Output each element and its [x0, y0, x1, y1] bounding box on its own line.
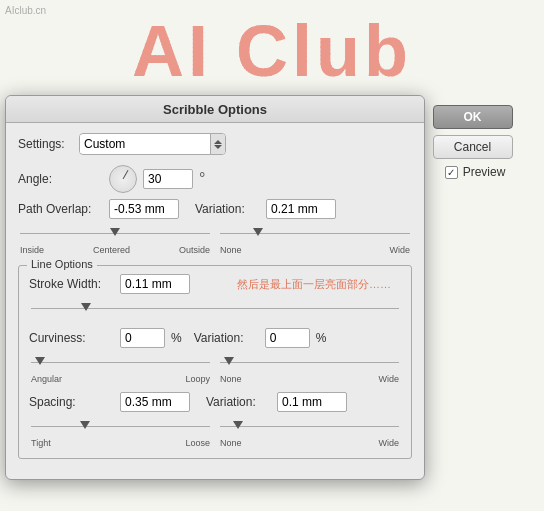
curviness-label-loopy: Loopy	[185, 374, 210, 384]
path-overlap-variation-slider-labels: None Wide	[220, 245, 410, 255]
spacing-row: Spacing: Variation:	[29, 392, 401, 412]
select-arrow-up-icon	[214, 140, 222, 144]
curviness-unit: %	[171, 331, 182, 345]
buttons-panel: OK Cancel ✓ Preview	[425, 95, 520, 179]
curviness-variation-slider-line	[220, 362, 399, 363]
path-overlap-label-centered: Centered	[93, 245, 130, 255]
angle-line-indicator	[123, 170, 129, 179]
spacing-label-tight: Tight	[31, 438, 51, 448]
cancel-button[interactable]: Cancel	[433, 135, 513, 159]
stroke-width-label: Stroke Width:	[29, 277, 114, 291]
preview-checkbox[interactable]: ✓	[445, 166, 458, 179]
curviness-slider-line	[31, 362, 210, 363]
curviness-variation-slider-labels: None Wide	[220, 374, 399, 384]
curviness-variation-input[interactable]	[265, 328, 310, 348]
path-overlap-label-outside: Outside	[179, 245, 210, 255]
spacing-variation-label: Variation:	[206, 395, 271, 409]
curviness-slider-track[interactable]	[31, 354, 210, 372]
settings-select-arrows[interactable]	[210, 134, 225, 154]
spacing-label: Spacing:	[29, 395, 114, 409]
scribble-options-dialog: Scribble Options Settings: Custom Defaul…	[5, 95, 425, 480]
stroke-width-row: Stroke Width: 然后是最上面一层亮面部分……	[29, 274, 401, 294]
spacing-slider-container: Tight Loose	[31, 418, 210, 448]
angle-row: Angle: °	[18, 165, 412, 193]
spacing-variation-label-wide: Wide	[378, 438, 399, 448]
path-overlap-variation-slider-track[interactable]	[220, 225, 410, 243]
angle-unit: °	[199, 170, 205, 188]
spacing-slider-labels: Tight Loose	[31, 438, 210, 448]
curviness-variation-unit: %	[316, 331, 327, 345]
path-overlap-slider-thumb[interactable]	[110, 228, 120, 236]
settings-select[interactable]: Custom Default	[80, 135, 210, 153]
curviness-input[interactable]	[120, 328, 165, 348]
path-overlap-variation-slider-container: None Wide	[220, 225, 410, 255]
path-overlap-variation-slider-line	[220, 233, 410, 234]
settings-label: Settings:	[18, 137, 73, 151]
spacing-variation-label-none: None	[220, 438, 242, 448]
path-overlap-variation-slider-thumb[interactable]	[253, 228, 263, 236]
spacing-input[interactable]	[120, 392, 190, 412]
path-overlap-slider-container: Inside Centered Outside	[20, 225, 210, 255]
stroke-width-slider-container	[29, 300, 401, 318]
curviness-variation-slider-thumb[interactable]	[224, 357, 234, 365]
spacing-label-loose: Loose	[185, 438, 210, 448]
preview-label: Preview	[463, 165, 506, 179]
path-overlap-slider-track[interactable]	[20, 225, 210, 243]
dialog-body: Settings: Custom Default Angle:	[6, 123, 424, 479]
angle-label: Angle:	[18, 172, 103, 186]
path-overlap-variation-input[interactable]	[266, 199, 336, 219]
path-overlap-sliders: Inside Centered Outside None Wide	[18, 225, 412, 255]
curviness-variation-label-wide: Wide	[378, 374, 399, 384]
stroke-width-annotation: 然后是最上面一层亮面部分……	[237, 277, 391, 292]
path-overlap-variation-label-wide: Wide	[389, 245, 410, 255]
dialog-title-bar: Scribble Options	[6, 96, 424, 123]
path-overlap-slider-labels: Inside Centered Outside	[20, 245, 210, 255]
stroke-width-input[interactable]	[120, 274, 190, 294]
ok-button[interactable]: OK	[433, 105, 513, 129]
spacing-variation-slider-labels: None Wide	[220, 438, 399, 448]
curviness-variation-slider-container: None Wide	[220, 354, 399, 384]
stroke-width-slider-track[interactable]	[31, 300, 399, 318]
dialog-title: Scribble Options	[163, 102, 267, 117]
select-arrow-down-icon	[214, 145, 222, 149]
path-overlap-variation-label: Variation:	[195, 202, 260, 216]
angle-input[interactable]	[143, 169, 193, 189]
line-options-group: Line Options Stroke Width: 然后是最上面一层亮面部分……	[18, 265, 412, 459]
curviness-variation-slider-track[interactable]	[220, 354, 399, 372]
spacing-variation-slider-line	[220, 426, 399, 427]
curviness-variation-label-none: None	[220, 374, 242, 384]
spacing-variation-slider-container: None Wide	[220, 418, 399, 448]
watermark: AIclub.cn	[5, 5, 46, 16]
canvas-ai-club-text: AI Club	[132, 10, 412, 92]
spacing-variation-slider-track[interactable]	[220, 418, 399, 436]
curviness-label: Curviness:	[29, 331, 114, 345]
line-options-label: Line Options	[27, 258, 97, 270]
stroke-width-slider-thumb[interactable]	[81, 303, 91, 311]
path-overlap-variation-label-none: None	[220, 245, 242, 255]
path-overlap-input[interactable]	[109, 199, 179, 219]
spacing-variation-input[interactable]	[277, 392, 347, 412]
spacing-sliders: Tight Loose None Wide	[29, 418, 401, 448]
path-overlap-label-inside: Inside	[20, 245, 44, 255]
curviness-row: Curviness: % Variation: %	[29, 328, 401, 348]
spacing-slider-track[interactable]	[31, 418, 210, 436]
dialog-overlay: Scribble Options Settings: Custom Defaul…	[5, 95, 540, 505]
curviness-variation-label: Variation:	[194, 331, 259, 345]
curviness-slider-labels: Angular Loopy	[31, 374, 210, 384]
spacing-slider-line	[31, 426, 210, 427]
path-overlap-label: Path Overlap:	[18, 202, 103, 216]
path-overlap-row: Path Overlap: Variation:	[18, 199, 412, 219]
curviness-label-angular: Angular	[31, 374, 62, 384]
curviness-slider-container: Angular Loopy	[31, 354, 210, 384]
settings-row: Settings: Custom Default	[18, 133, 412, 155]
angle-dial[interactable]	[109, 165, 137, 193]
curviness-slider-thumb[interactable]	[35, 357, 45, 365]
curviness-sliders: Angular Loopy None Wide	[29, 354, 401, 384]
spacing-slider-thumb[interactable]	[80, 421, 90, 429]
settings-select-wrapper[interactable]: Custom Default	[79, 133, 226, 155]
preview-row: ✓ Preview	[440, 165, 506, 179]
spacing-variation-slider-thumb[interactable]	[233, 421, 243, 429]
